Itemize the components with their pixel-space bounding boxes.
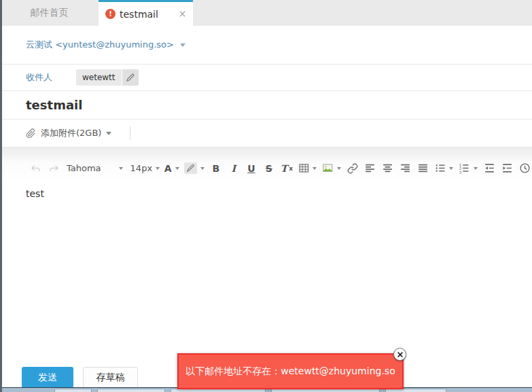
underline-button[interactable]: U bbox=[244, 160, 259, 177]
align-center-icon bbox=[382, 162, 393, 174]
outdent-button[interactable] bbox=[482, 160, 497, 177]
align-justify-icon bbox=[417, 162, 429, 174]
bullet-list-icon bbox=[435, 162, 446, 174]
highlighter-pen-icon bbox=[184, 162, 197, 174]
close-icon bbox=[397, 351, 404, 358]
recipient-name: wetewtt bbox=[76, 69, 122, 86]
bold-button[interactable]: B bbox=[209, 160, 224, 177]
insert-table-button[interactable] bbox=[297, 160, 319, 177]
tab-bar: 邮件首页 ! testmail bbox=[0, 0, 532, 26]
tab-label: 邮件首页 bbox=[31, 7, 69, 19]
redo-icon[interactable] bbox=[46, 160, 61, 177]
align-center-button[interactable] bbox=[380, 160, 395, 177]
window-edge-strip bbox=[0, 0, 2, 392]
error-badge-icon: ! bbox=[105, 9, 116, 19]
tab-label: testmail bbox=[120, 9, 158, 20]
chevron-down-icon bbox=[175, 167, 179, 170]
chevron-down-icon bbox=[449, 167, 453, 170]
font-family-select[interactable]: Tahoma bbox=[64, 160, 126, 177]
mail-compose-page: 邮件首页 ! testmail 云测试 <yuntest@zhuyuming.s… bbox=[0, 0, 532, 392]
recipient-row: 收件人 wetewtt bbox=[0, 65, 532, 91]
chevron-down-icon[interactable] bbox=[106, 132, 111, 135]
indent-button[interactable] bbox=[499, 160, 514, 177]
from-row: 云测试 <yuntest@zhuyuming.so> bbox=[0, 26, 532, 65]
numbered-list-button[interactable]: 123 bbox=[457, 160, 479, 177]
subject-text: testmail bbox=[26, 98, 82, 112]
insert-link-button[interactable] bbox=[345, 160, 360, 177]
strikethrough-button[interactable]: S bbox=[262, 160, 277, 177]
undo-icon[interactable] bbox=[29, 160, 43, 177]
toast-close-button[interactable] bbox=[393, 348, 406, 361]
error-toast: 以下邮件地址不存在：wetewtt@zhuyuming.so bbox=[177, 353, 404, 389]
highlight-color-button[interactable] bbox=[183, 160, 206, 177]
align-left-icon bbox=[364, 162, 376, 174]
paperclip-icon bbox=[26, 128, 36, 139]
message-body-editor[interactable]: test bbox=[0, 181, 532, 367]
chevron-down-icon bbox=[337, 167, 341, 170]
add-attachment-button[interactable]: 添加附件(2GB) bbox=[41, 127, 101, 139]
link-icon bbox=[347, 163, 358, 174]
svg-text:3: 3 bbox=[459, 171, 462, 174]
chevron-down-icon bbox=[313, 167, 317, 170]
tab-mail-home[interactable]: 邮件首页 bbox=[0, 0, 99, 26]
font-size-select[interactable]: 14px bbox=[128, 160, 160, 177]
subject-row[interactable]: testmail bbox=[0, 91, 532, 120]
table-icon bbox=[298, 162, 310, 174]
error-toast-message: 以下邮件地址不存在：wetewtt@zhuyuming.so bbox=[185, 366, 395, 378]
outdent-icon bbox=[484, 162, 495, 174]
chevron-down-icon[interactable] bbox=[180, 43, 185, 47]
schedule-icon[interactable] bbox=[517, 160, 532, 177]
align-right-button[interactable] bbox=[398, 160, 413, 177]
divider bbox=[130, 126, 130, 140]
background-tab bbox=[54, 389, 92, 392]
chevron-down-icon bbox=[474, 167, 478, 170]
body-text: test bbox=[26, 188, 44, 199]
align-right-icon bbox=[400, 162, 411, 174]
send-button[interactable]: 发送 bbox=[22, 367, 73, 388]
indent-icon bbox=[501, 162, 513, 174]
italic-button[interactable]: I bbox=[226, 160, 241, 177]
editor-toolbar: Tahoma 14px A B I U S Tx bbox=[0, 147, 532, 181]
from-address[interactable]: 云测试 <yuntest@zhuyuming.so> bbox=[26, 39, 174, 51]
insert-image-button[interactable] bbox=[321, 160, 342, 177]
numbered-list-icon: 123 bbox=[459, 162, 470, 174]
attachment-row: 添加附件(2GB) bbox=[0, 120, 532, 147]
bullet-list-button[interactable] bbox=[433, 160, 455, 177]
save-draft-button[interactable]: 存草稿 bbox=[83, 367, 138, 388]
align-justify-button[interactable] bbox=[416, 160, 431, 177]
clear-format-button[interactable]: Tx bbox=[279, 160, 294, 177]
image-icon bbox=[322, 162, 334, 174]
chevron-down-icon bbox=[156, 167, 160, 170]
recipient-label: 收件人 bbox=[26, 71, 76, 84]
edit-recipient-button[interactable] bbox=[122, 69, 139, 86]
align-left-button[interactable] bbox=[363, 160, 378, 177]
font-color-button[interactable]: A bbox=[163, 160, 180, 177]
chevron-down-icon bbox=[200, 167, 205, 170]
recipient-chip[interactable]: wetewtt bbox=[76, 69, 139, 86]
tab-close-icon[interactable] bbox=[179, 10, 186, 18]
background-tab bbox=[97, 389, 165, 392]
chevron-down-icon bbox=[119, 167, 123, 170]
tab-testmail[interactable]: ! testmail bbox=[99, 0, 193, 26]
